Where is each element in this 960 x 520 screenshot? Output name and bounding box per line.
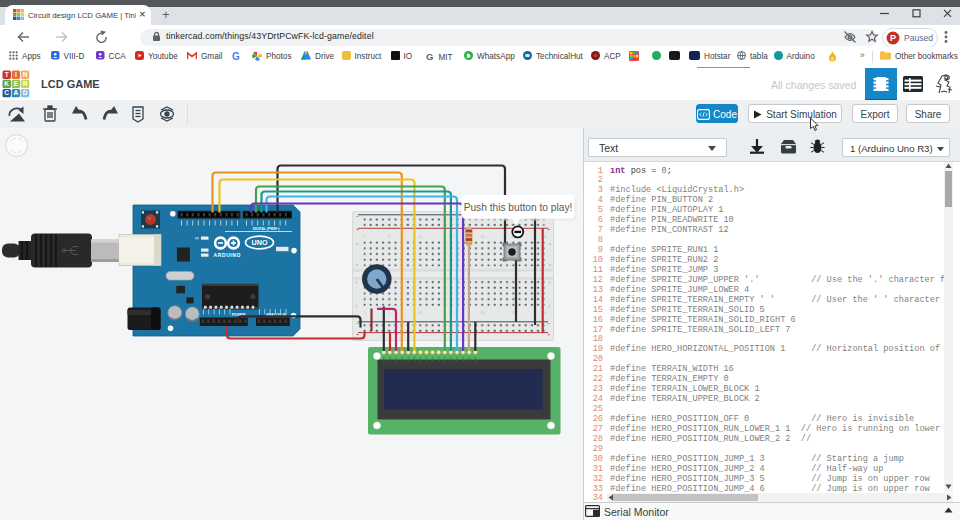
svg-text:R: R [23,80,28,87]
svg-text:25: 25 [511,311,515,315]
svg-text:Paused: Paused [904,33,933,43]
svg-text:f: f [356,281,357,285]
svg-text:20: 20 [480,235,484,239]
svg-text:10: 10 [418,235,422,239]
svg-text:j: j [355,304,357,308]
svg-text:D: D [23,89,28,96]
svg-text:j: j [548,304,550,308]
svg-text:20: 20 [480,311,484,315]
svg-text:e: e [549,263,551,267]
svg-text:f: f [549,281,550,285]
svg-text:1: 1 [364,311,366,315]
svg-text:a: a [549,242,551,246]
svg-text:N: N [23,71,28,78]
svg-text:T: T [5,71,9,78]
svg-text:I: I [15,71,17,78]
svg-text:K: K [4,80,9,87]
svg-text:5: 5 [388,311,390,315]
svg-text:ARDUINO: ARDUINO [214,252,242,258]
svg-text:C: C [4,89,9,96]
svg-text:1: 1 [364,235,366,239]
svg-text:+: + [547,227,550,232]
svg-text:E: E [14,80,19,87]
svg-text:5: 5 [388,235,390,239]
svg-text:Push this button to play!: Push this button to play! [464,202,573,213]
svg-text:UNO: UNO [252,238,268,247]
svg-text:DIGITAL (PWM~): DIGITAL (PWM~) [253,227,280,231]
svg-text:P: P [890,33,896,43]
svg-text:A: A [14,89,19,96]
svg-text:+: + [547,332,550,337]
svg-text:+: + [356,227,359,232]
svg-text:10: 10 [418,311,422,315]
svg-text:+: + [356,332,359,337]
svg-text:a: a [356,242,358,246]
svg-text:e: e [356,263,358,267]
